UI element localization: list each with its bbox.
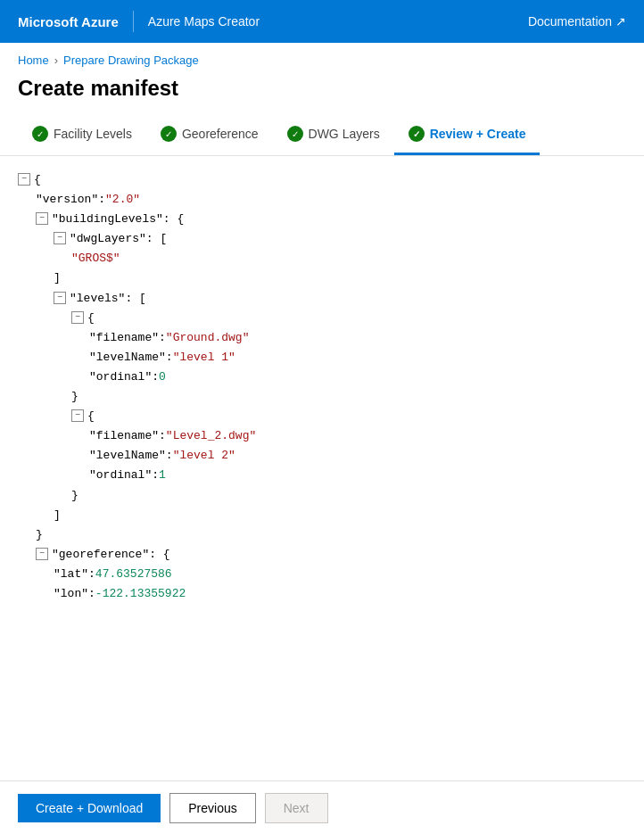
breadcrumb-separator: › [54, 54, 58, 67]
json-level1-open: − { [18, 309, 626, 328]
step-label-facility: Facility Levels [54, 127, 132, 141]
json-georeference-open: − "georeference" : { [18, 545, 626, 565]
page-title: Create manifest [0, 72, 644, 115]
collapse-levels[interactable]: − [54, 292, 66, 304]
json-levels-open: − "levels" : [ [18, 289, 626, 309]
json-lat: "lat" : 47.63527586 [18, 565, 626, 584]
json-levelname1: "levelName" : "level 1" [18, 348, 626, 367]
create-download-button[interactable]: Create + Download [18, 794, 161, 822]
nav-divider [133, 11, 134, 32]
collapse-level1[interactable]: − [71, 311, 84, 324]
steps-bar: ✓ Facility Levels ✓ Georeference ✓ DWG L… [0, 115, 644, 156]
collapse-building-levels[interactable]: − [36, 212, 48, 225]
json-viewer: − { "version" : "2.0" − "buildingLevels"… [0, 156, 644, 618]
step-georeference[interactable]: ✓ Georeference [146, 115, 273, 155]
step-facility-levels[interactable]: ✓ Facility Levels [18, 115, 146, 155]
json-root-open: − { [18, 170, 626, 190]
step-dwg-layers[interactable]: ✓ DWG Layers [273, 115, 394, 155]
top-navbar: Microsoft Azure Azure Maps Creator Docum… [0, 0, 644, 43]
breadcrumb: Home › Prepare Drawing Package [0, 43, 644, 72]
json-lon: "lon" : -122.13355922 [18, 584, 626, 604]
json-filename2: "filename" : "Level_2.dwg" [18, 426, 626, 446]
json-version: "version" : "2.0" [18, 190, 626, 210]
product-name: Azure Maps Creator [148, 14, 260, 29]
step-check-dwg: ✓ [287, 126, 303, 142]
json-level2-close: } [18, 486, 626, 506]
json-levels-close: ] [18, 506, 626, 525]
json-filename1: "filename" : "Ground.dwg" [18, 328, 626, 348]
step-label-georeference: Georeference [182, 127, 259, 141]
docs-link[interactable]: Documentation ↗ [528, 14, 626, 29]
collapse-dwg-layers[interactable]: − [54, 232, 66, 244]
json-levelname2: "levelName" : "level 2" [18, 446, 626, 466]
json-dwgLayers-close: ] [18, 268, 626, 288]
footer-actions: Create + Download Previous Next [0, 780, 644, 834]
collapse-root[interactable]: − [18, 173, 30, 186]
collapse-georeference[interactable]: − [36, 548, 48, 560]
step-review-create[interactable]: ✓ Review + Create [394, 115, 541, 155]
step-check-facility: ✓ [32, 126, 48, 142]
json-dwglayer-val: "GROS$" [18, 249, 626, 268]
json-ordinal1: "ordinal" : 0 [18, 367, 626, 387]
json-buildingLevels-close: } [18, 525, 626, 545]
step-label-dwg: DWG Layers [309, 127, 380, 141]
step-check-review: ✓ [409, 126, 425, 142]
collapse-level2[interactable]: − [71, 409, 84, 422]
json-level1-close: } [18, 387, 626, 407]
json-buildingLevels-open: − "buildingLevels" : { [18, 210, 626, 229]
next-button: Next [265, 793, 328, 823]
step-check-georeference: ✓ [161, 126, 177, 142]
previous-button[interactable]: Previous [169, 793, 255, 823]
brand-logo[interactable]: Microsoft Azure [18, 14, 119, 29]
json-dwgLayers-open: − "dwgLayers" : [ [18, 229, 626, 249]
step-label-review: Review + Create [430, 127, 526, 141]
breadcrumb-current[interactable]: Prepare Drawing Package [63, 54, 199, 67]
breadcrumb-home[interactable]: Home [18, 54, 49, 67]
json-level2-open: − { [18, 407, 626, 426]
json-ordinal2: "ordinal" : 1 [18, 466, 626, 485]
